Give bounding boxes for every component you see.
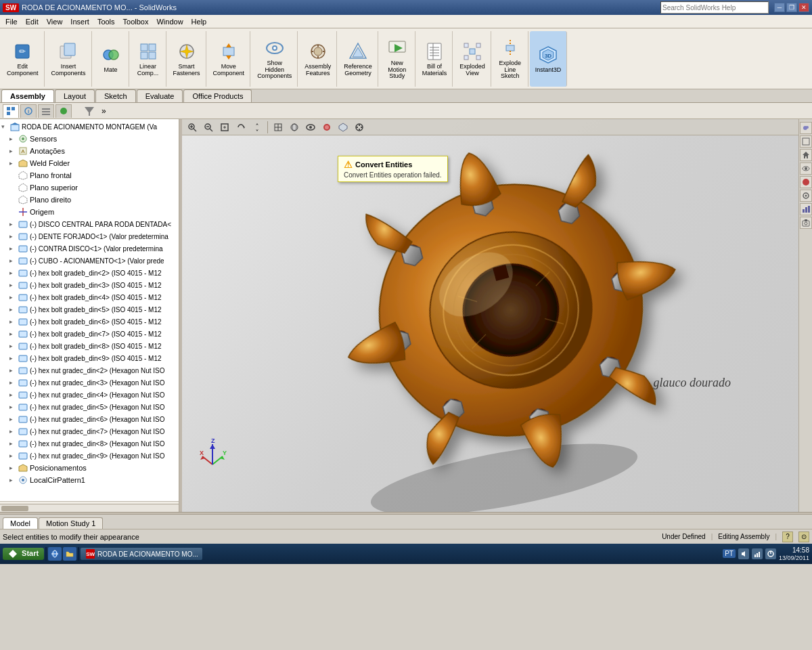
tree-item-hex-nut-8[interactable]: ▸ (-) hex nut gradec_din<8> (Hexagon Nut… <box>1 437 177 450</box>
vp-zoom-fit-button[interactable] <box>217 122 232 133</box>
menu-tools[interactable]: Tools <box>93 16 119 27</box>
explode-line-sketch-button[interactable]: ExplodeLineSketch <box>495 36 525 82</box>
tree-item-hex-bolt-6[interactable]: ▸ (-) hex bolt gradeb_din<6> (ISO 4015 -… <box>1 316 177 328</box>
vp-hide-show-button[interactable] <box>303 122 318 133</box>
ie-icon[interactable] <box>48 547 62 561</box>
mate-button[interactable]: Mate <box>96 43 126 75</box>
assembly-features-button[interactable]: AssemblyFeatures <box>302 39 334 79</box>
tree-item-disco-central[interactable]: ▸ (-) DISCO CENTRAL PARA RODA DENTADA< <box>1 218 177 230</box>
tab-office-products[interactable]: Office Products <box>183 89 252 102</box>
tree-item-contra-disco[interactable]: ▸ (-) CONTRA DISCO<1> (Valor predetermin… <box>1 242 177 255</box>
tree-item-origem[interactable]: Origem <box>1 206 177 218</box>
show-hidden-button[interactable]: ShowHiddenComponents <box>254 36 294 82</box>
tree-item-hex-bolt-8[interactable]: ▸ (-) hex bolt gradeb_din<8> (ISO 4015 -… <box>1 340 177 352</box>
status-extra-button[interactable]: ⊙ <box>798 532 809 542</box>
tray-network-icon[interactable] <box>752 548 763 559</box>
tree-item-hex-bolt-7[interactable]: ▸ (-) hex bolt gradeb_din<7> (ISO 4015 -… <box>1 328 177 340</box>
exploded-view-button[interactable]: ExplodedView <box>457 39 488 79</box>
minimize-button[interactable]: ─ <box>774 3 785 12</box>
more-options-button[interactable]: » <box>99 105 109 117</box>
vp-edit-appearance-button[interactable] <box>319 122 334 133</box>
tree-item-sensors[interactable]: ▸ Sensors <box>1 133 177 145</box>
tab-evaluate[interactable]: Evaluate <box>137 89 183 102</box>
tree-item-hex-bolt-5[interactable]: ▸ (-) hex bolt gradeb_din<5> (ISO 4015 -… <box>1 303 177 316</box>
vp-view-orient-button[interactable] <box>271 122 286 133</box>
menu-insert[interactable]: Insert <box>66 16 93 27</box>
tree-item-cubo[interactable]: ▸ (-) CUBO - ACIONAMENTO<1> (Valor prede <box>1 255 177 267</box>
scrollbar-thumb[interactable] <box>1 506 28 511</box>
menu-window[interactable]: Window <box>152 16 187 27</box>
tree-root[interactable]: ▾ RODA DE ACIONAMENTO MONTAGEM (Va <box>1 121 177 133</box>
help-status-button[interactable]: ? <box>782 532 793 542</box>
lp-tab-display[interactable] <box>55 104 72 118</box>
move-component-button[interactable]: MoveComponent <box>210 39 248 79</box>
lp-tab-tree[interactable] <box>3 104 19 118</box>
vp-right-home-button[interactable] <box>800 149 812 161</box>
vp-right-clouds-button[interactable] <box>800 122 812 134</box>
tab-sketch[interactable]: Sketch <box>95 89 136 102</box>
tree-item-plano-direito[interactable]: Plano direito <box>1 194 177 206</box>
tree-item-posicionamentos[interactable]: ▸ Posicionamentos <box>1 462 177 474</box>
vp-right-color-button[interactable] <box>800 176 812 188</box>
tree-item-hex-nut-5[interactable]: ▸ (-) hex nut gradec_din<5> (Hexagon Nut… <box>1 401 177 413</box>
vp-display-style-button[interactable] <box>287 122 302 133</box>
vp-view-settings-button[interactable] <box>352 122 367 133</box>
tray-sound-icon[interactable] <box>738 548 749 559</box>
vp-right-draw-button[interactable] <box>800 135 812 148</box>
vp-right-settings-button[interactable] <box>800 190 812 202</box>
solidworks-taskbar-button[interactable]: SW RODA DE ACIONAMENTO MO... <box>81 548 202 560</box>
smart-fasteners-button[interactable]: SmartFasteners <box>171 39 203 79</box>
filter-button[interactable] <box>81 104 97 118</box>
bottom-tab-model[interactable]: Model <box>3 517 38 529</box>
tree-item-weld-folder[interactable]: ▸ Weld Folder <box>1 157 177 169</box>
bottom-tab-motion-study[interactable]: Motion Study 1 <box>39 517 103 529</box>
bill-of-materials-button[interactable]: Bill ofMaterials <box>420 39 450 79</box>
close-button[interactable]: ✕ <box>798 3 809 12</box>
tree-item-hex-nut-2[interactable]: ▸ (-) hex nut gradec_din<2> (Hexagon Nut… <box>1 364 177 376</box>
vp-right-chart-button[interactable] <box>800 203 812 215</box>
vp-zoom-in-button[interactable] <box>185 122 200 133</box>
viewport[interactable]: X Y Z glauco dourado ⚠ Convert Entities … <box>182 119 812 512</box>
tree-item-local-cir-pattern[interactable]: ▸ LocalCirPattern1 <box>1 474 177 486</box>
tree-item-plano-frontal[interactable]: Plano frontal <box>1 169 177 181</box>
help-search-input[interactable] <box>660 1 769 14</box>
vp-rotate-button[interactable] <box>233 122 248 133</box>
new-motion-study-button[interactable]: NewMotionStudy <box>382 36 412 82</box>
menu-edit[interactable]: Edit <box>22 16 43 27</box>
tree-item-hex-nut-7[interactable]: ▸ (-) hex nut gradec_din<7> (Hexagon Nut… <box>1 425 177 437</box>
linear-component-button[interactable]: LinearComp... <box>133 39 163 79</box>
tree-item-hex-bolt-3[interactable]: ▸ (-) hex bolt gradeb_din<3> (ISO 4015 -… <box>1 279 177 291</box>
tree-item-hex-bolt-9[interactable]: ▸ (-) hex bolt gradeb_din<9> (ISO 4015 -… <box>1 352 177 364</box>
vp-scene-button[interactable] <box>336 122 351 133</box>
vp-right-eye-button[interactable] <box>800 162 812 175</box>
lp-tab-properties[interactable]: i <box>20 104 37 118</box>
insert-components-button[interactable]: InsertComponents <box>49 39 89 79</box>
tree-item-plano-superior[interactable]: Plano superior <box>1 181 177 194</box>
instant3d-button[interactable]: 3D Instant3D <box>533 43 564 75</box>
menu-file[interactable]: File <box>1 16 22 27</box>
tree-item-anotacoes[interactable]: ▸ A Anotações <box>1 145 177 157</box>
tray-power-icon[interactable] <box>765 548 776 559</box>
menu-help[interactable]: Help <box>187 16 211 27</box>
horizontal-scrollbar[interactable] <box>0 504 179 512</box>
tree-item-hex-nut-4[interactable]: ▸ (-) hex nut gradec_din<4> (Hexagon Nut… <box>1 389 177 401</box>
start-button[interactable]: Start <box>3 548 44 560</box>
vp-pan-button[interactable] <box>250 122 265 133</box>
reference-geometry-button[interactable]: ReferenceGeometry <box>341 39 375 79</box>
tree-item-hex-bolt-2[interactable]: ▸ (-) hex bolt gradeb_din<2> (ISO 4015 -… <box>1 267 177 279</box>
menu-toolbox[interactable]: Toolbox <box>119 16 153 27</box>
lp-tab-config[interactable] <box>38 104 54 118</box>
vp-right-camera-button[interactable] <box>800 217 812 229</box>
tree-item-hex-bolt-4[interactable]: ▸ (-) hex bolt gradeb_din<4> (ISO 4015 -… <box>1 291 177 303</box>
restore-button[interactable]: ❐ <box>786 3 797 12</box>
tab-assembly[interactable]: Assembly <box>1 89 54 102</box>
model-area[interactable]: X Y Z glauco dourado ⚠ Convert Entities … <box>182 135 798 512</box>
tab-layout[interactable]: Layout <box>55 89 95 102</box>
tree-item-dente-forjado[interactable]: ▸ (-) DENTE FORJADO<1> (Valor predetermi… <box>1 230 177 242</box>
tree-item-hex-nut-6[interactable]: ▸ (-) hex nut gradec_din<6> (Hexagon Nut… <box>1 413 177 425</box>
explorer-icon[interactable] <box>63 547 76 561</box>
tree-item-hex-nut-9[interactable]: ▸ (-) hex nut gradec_din<9> (Hexagon Nut… <box>1 450 177 462</box>
menu-view[interactable]: View <box>43 16 67 27</box>
vp-zoom-out-button[interactable] <box>201 122 216 133</box>
tree-item-hex-nut-3[interactable]: ▸ (-) hex nut gradec_din<3> (Hexagon Nut… <box>1 376 177 389</box>
